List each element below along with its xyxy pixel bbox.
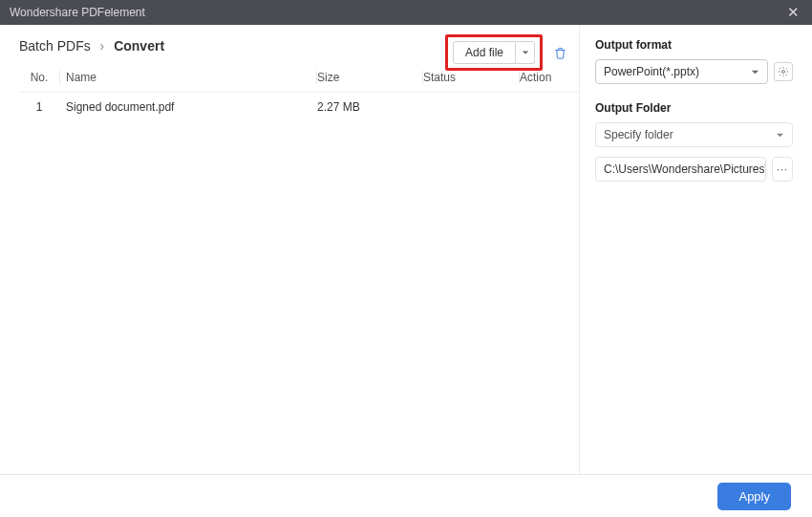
col-header-size: Size <box>317 71 422 84</box>
output-format-settings-button[interactable] <box>774 62 793 81</box>
output-folder-value: Specify folder <box>604 128 673 141</box>
browse-folder-button[interactable]: ··· <box>772 157 793 182</box>
output-format-row: PowerPoint(*.pptx) <box>595 59 793 84</box>
delete-button[interactable] <box>552 45 567 60</box>
breadcrumb-parent[interactable]: Batch PDFs <box>19 38 91 54</box>
chevron-down-icon <box>522 49 529 56</box>
col-header-no: No. <box>19 71 59 84</box>
breadcrumb-current: Convert <box>114 38 164 54</box>
col-header-action: Action <box>520 71 579 84</box>
toolbar: Add file <box>445 34 567 71</box>
col-header-status: Status <box>423 71 519 84</box>
close-icon[interactable]: ✕ <box>783 4 802 21</box>
svg-point-0 <box>782 71 785 74</box>
output-format-value: PowerPoint(*.pptx) <box>604 65 699 78</box>
cell-size: 2.27 MB <box>317 100 422 114</box>
add-file-dropdown-button[interactable] <box>516 41 535 64</box>
output-folder-label: Output Folder <box>595 101 793 115</box>
left-panel: Batch PDFs › Convert Add file No. Name <box>0 25 579 474</box>
cell-no: 1 <box>19 100 59 114</box>
app-title: Wondershare PDFelement <box>10 6 145 19</box>
table-row[interactable]: 1 Signed document.pdf 2.27 MB <box>19 93 579 121</box>
main-area: Batch PDFs › Convert Add file No. Name <box>0 25 812 474</box>
cell-name: Signed document.pdf <box>60 100 316 114</box>
cell-action <box>520 100 579 114</box>
apply-button[interactable]: Apply <box>717 483 791 510</box>
titlebar: Wondershare PDFelement ✕ <box>0 0 812 25</box>
output-folder-select[interactable]: Specify folder <box>595 122 793 147</box>
right-panel: Output format PowerPoint(*.pptx) Output … <box>579 25 812 474</box>
chevron-right-icon: › <box>100 38 105 54</box>
folder-path-field[interactable]: C:\Users\Wondershare\Pictures\TLDR T <box>595 157 766 182</box>
chevron-down-icon <box>751 68 759 76</box>
add-file-group: Add file <box>453 41 535 64</box>
folder-path-text: C:\Users\Wondershare\Pictures\TLDR T <box>604 162 766 176</box>
output-format-label: Output format <box>595 38 793 52</box>
gear-icon <box>778 66 789 77</box>
add-file-button[interactable]: Add file <box>453 41 516 64</box>
folder-path-row: C:\Users\Wondershare\Pictures\TLDR T ··· <box>595 157 793 182</box>
col-header-name: Name <box>60 71 316 84</box>
trash-icon <box>553 46 567 60</box>
cell-status <box>423 100 519 114</box>
chevron-down-icon <box>776 131 784 140</box>
output-format-select[interactable]: PowerPoint(*.pptx) <box>595 59 768 84</box>
add-file-highlight: Add file <box>445 34 543 71</box>
footer: Apply <box>0 474 812 517</box>
